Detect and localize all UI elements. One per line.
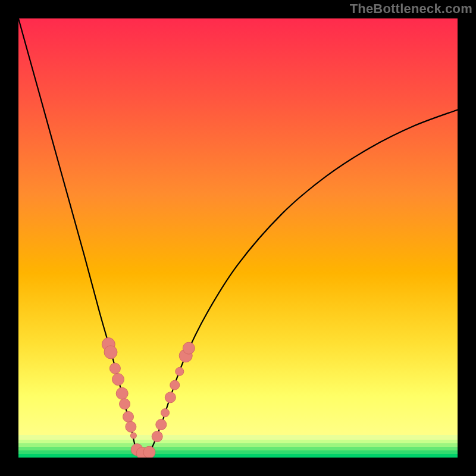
band-5 — [18, 450, 458, 454]
chart-frame: TheBottleneck.com — [0, 0, 476, 476]
marker-dot — [130, 433, 136, 439]
marker-dot — [183, 342, 195, 354]
band-6 — [18, 454, 458, 458]
gradient-bg — [18, 18, 458, 458]
plot-area — [18, 18, 458, 458]
marker-dot — [120, 399, 130, 409]
marker-dot — [123, 411, 134, 422]
bottleneck-chart — [18, 18, 458, 458]
band-3 — [18, 443, 458, 447]
marker-dot — [170, 380, 180, 390]
marker-dot — [152, 431, 162, 442]
marker-dot — [112, 374, 124, 386]
marker-dot — [143, 446, 155, 458]
marker-dot — [165, 392, 176, 403]
band-1 — [18, 435, 458, 440]
marker-dot — [109, 363, 120, 374]
marker-dot — [156, 419, 167, 430]
marker-dot — [176, 367, 184, 375]
marker-dot — [161, 409, 170, 417]
marker-dot — [126, 421, 136, 432]
marker-dot — [116, 387, 128, 399]
marker-dot — [104, 346, 117, 359]
watermark: TheBottleneck.com — [350, 1, 472, 17]
band-4 — [18, 447, 458, 450]
band-2 — [18, 440, 458, 443]
